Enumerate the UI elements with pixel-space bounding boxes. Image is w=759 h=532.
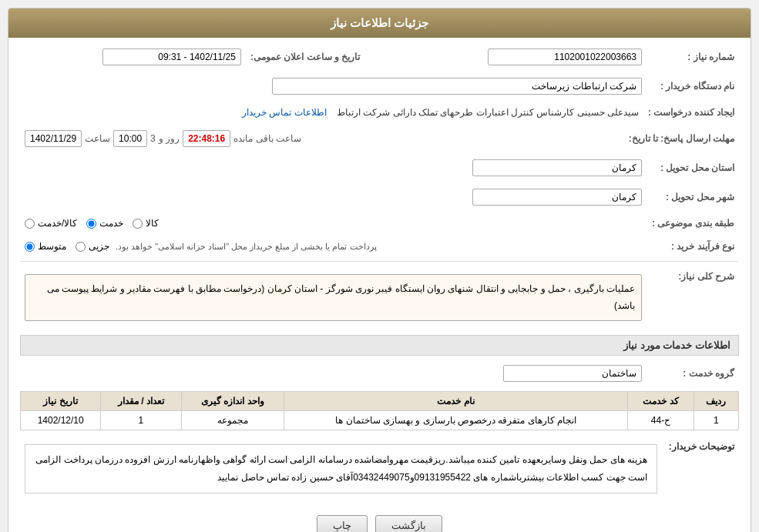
deadline-label: مهلت ارسال پاسخ: تا تاریخ: xyxy=(624,127,739,150)
page-container: جزئیات اطلاعات نیاز شماره نیاز : 1102001… xyxy=(0,0,759,532)
city-row: شهر محل تحویل : کرمان xyxy=(20,186,739,209)
category-option-goods: کالا xyxy=(133,218,159,229)
service-group-row: گروه خدمت : ساختمان xyxy=(20,362,739,385)
button-row: بازگشت چاپ xyxy=(20,507,739,532)
process-option-medium: متوسط xyxy=(25,241,66,252)
service-table: ردیف کد خدمت نام خدمت واحد اندازه گیری ت… xyxy=(20,391,739,430)
buyer-notes-value: هزینه های حمل ونقل وسایربعهده تامین کنند… xyxy=(25,444,657,494)
process-note: پرداخت تمام یا بخشی از مبلغ خریداز محل "… xyxy=(116,242,377,252)
table-cell-unit: مجموعه xyxy=(181,411,284,430)
category-option-service: خدمت xyxy=(86,218,123,229)
province-row: استان محل تحویل : کرمان xyxy=(20,156,739,179)
need-number-value: 1102001022003663 xyxy=(488,49,642,65)
need-summary-label: شرح کلی نیاز: xyxy=(646,266,739,329)
category-radio-goods[interactable] xyxy=(133,219,143,229)
process-label: نوع فرآیند خرید : xyxy=(646,238,739,255)
back-button[interactable]: بازگشت xyxy=(375,515,442,532)
deadline-date: 1402/11/29 xyxy=(25,130,82,147)
deadline-days: 3 xyxy=(150,133,156,144)
divider-1 xyxy=(20,261,739,262)
buyer-org-value: شرکت ارتباطات زیرساخت xyxy=(272,78,642,95)
buyer-notes-row: توضیحات خریدار: هزینه های حمل ونقل وسایر… xyxy=(20,437,739,501)
deadline-row: مهلت ارسال پاسخ: تا تاریخ: 1402/11/29 سا… xyxy=(20,127,739,150)
service-info-section-title: اطلاعات خدمات مورد نیاز xyxy=(20,335,739,356)
city-value: کرمان xyxy=(472,189,642,206)
print-button[interactable]: چاپ xyxy=(317,515,368,532)
need-number-label: شماره نیاز : xyxy=(646,45,739,69)
process-label-medium: متوسط xyxy=(38,241,66,252)
deadline-time-label: ساعت xyxy=(85,133,110,144)
time-remaining-container: 1402/11/29 ساعت 10:00 3 روز و 22:48:16 س… xyxy=(25,130,620,147)
panel-header: جزئیات اطلاعات نیاز xyxy=(8,8,751,38)
deadline-days-label: روز و xyxy=(159,133,180,144)
province-label: استان محل تحویل : xyxy=(646,156,739,179)
deadline-remaining-label: ساعت باقی مانده xyxy=(233,133,301,144)
city-label: شهر محل تحویل : xyxy=(646,186,739,209)
category-radio-service[interactable] xyxy=(86,219,96,229)
table-cell-code: ح-44 xyxy=(628,411,694,430)
need-number-row: شماره نیاز : 1102001022003663 تاریخ و سا… xyxy=(20,45,739,69)
table-cell-quantity: 1 xyxy=(101,411,181,430)
creator-row: ایجاد کننده درخواست : سیدعلی حسینی کارشن… xyxy=(20,104,739,121)
buyer-notes-label: توضیحات خریدار: xyxy=(662,437,739,501)
col-header-name: نام خدمت xyxy=(284,392,628,411)
service-group-value: ساختمان xyxy=(503,365,642,382)
announce-value: 1402/11/25 - 09:31 xyxy=(102,49,241,65)
category-row: طبقه بندی موضوعی : کالا/خدمت خدمت xyxy=(20,215,739,232)
col-header-date: تاریخ نیاز xyxy=(21,392,101,411)
main-panel: جزئیات اطلاعات نیاز شماره نیاز : 1102001… xyxy=(8,8,751,532)
table-cell-row: 1 xyxy=(694,411,738,430)
contact-link[interactable]: اطلاعات تماس خریدار xyxy=(242,107,327,118)
announce-label: تاریخ و ساعت اعلان عمومی: xyxy=(246,45,364,69)
need-summary-row: شرح کلی نیاز: عملیات بارگیری ، حمل و جاب… xyxy=(20,266,739,329)
category-label-service-goods: کالا/خدمت xyxy=(38,218,77,229)
process-label-minor: جزیی xyxy=(89,241,109,252)
table-cell-date: 1402/12/10 xyxy=(21,411,101,430)
process-row: نوع فرآیند خرید : متوسط جزیی xyxy=(20,238,739,255)
province-value: کرمان xyxy=(472,159,642,176)
buyer-org-row: نام دستگاه خریدار : شرکت ارتباطات زیرساخ… xyxy=(20,75,739,98)
need-summary-value: عملیات بارگیری ، حمل و جابجایی و انتقال … xyxy=(25,274,642,321)
panel-body: شماره نیاز : 1102001022003663 تاریخ و سا… xyxy=(8,38,751,532)
creator-value: سیدعلی حسینی کارشناس کنترل اعتبارات طرحه… xyxy=(337,107,639,118)
category-label-goods: کالا xyxy=(146,218,159,229)
col-header-unit: واحد اندازه گیری xyxy=(181,392,284,411)
buyer-org-label: نام دستگاه خریدار : xyxy=(646,75,739,98)
table-cell-name: انجام کارهای متفرقه درخصوص بارسازی و بهس… xyxy=(284,411,628,430)
category-radio-group: کالا/خدمت خدمت کالا xyxy=(25,218,642,229)
category-radio-service-goods[interactable] xyxy=(25,219,35,229)
category-label-service: خدمت xyxy=(99,218,123,229)
process-container: متوسط جزیی پرداخت تمام یا بخشی از مبلغ خ… xyxy=(25,241,642,252)
process-option-minor: جزیی xyxy=(76,241,109,252)
panel-title: جزئیات اطلاعات نیاز xyxy=(331,16,428,29)
service-group-label: گروه خدمت : xyxy=(646,362,739,385)
process-radio-medium[interactable] xyxy=(25,242,35,252)
col-header-row: ردیف xyxy=(694,392,738,411)
col-header-qty: تعداد / مقدار xyxy=(101,392,181,411)
process-radio-group: متوسط جزیی xyxy=(25,241,109,252)
creator-label: ایجاد کننده درخواست : xyxy=(643,104,739,121)
col-header-code: کد خدمت xyxy=(628,392,694,411)
deadline-time: 10:00 xyxy=(113,130,147,147)
table-row: 1ح-44انجام کارهای متفرقه درخصوص بارسازی … xyxy=(21,411,739,430)
category-label: طبقه بندی موضوعی : xyxy=(646,215,739,232)
process-radio-minor[interactable] xyxy=(76,242,86,252)
category-option-service-goods: کالا/خدمت xyxy=(25,218,77,229)
deadline-remaining: 22:48:16 xyxy=(183,130,230,147)
